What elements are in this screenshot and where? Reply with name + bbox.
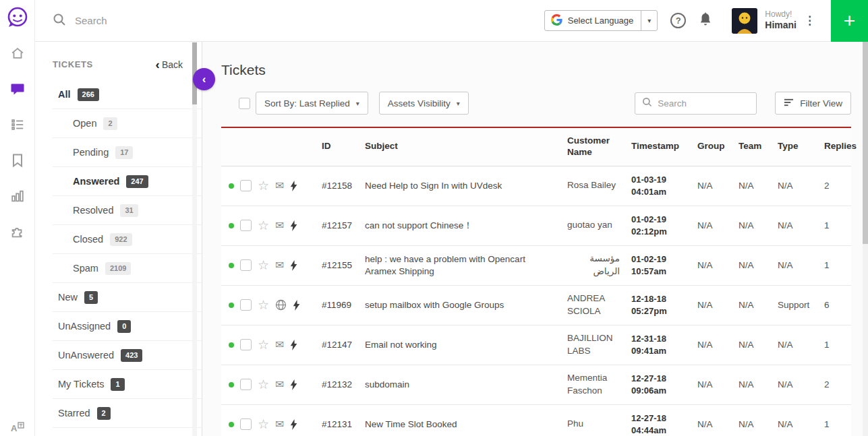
lightning-icon bbox=[290, 181, 297, 191]
row-checkbox[interactable] bbox=[240, 418, 252, 430]
sidebar-item-spam[interactable]: Spam 2109 bbox=[53, 254, 202, 283]
sidebar-item-resolved[interactable]: Resolved 31 bbox=[53, 196, 202, 225]
ticket-row[interactable]: ☆ ✉ #12132 subdomain Mementia Faschon 12… bbox=[221, 365, 851, 404]
filter-view-button[interactable]: Filter View bbox=[775, 92, 851, 115]
page-scrollbar[interactable] bbox=[863, 42, 868, 436]
row-checkbox[interactable] bbox=[240, 259, 252, 271]
star-icon[interactable]: ☆ bbox=[258, 378, 269, 391]
ticket-subject[interactable]: help : we have a problem with Opencart A… bbox=[365, 254, 525, 276]
ticket-row[interactable]: ☆ ✉ #12157 can not support Chinese！ guot… bbox=[221, 206, 851, 245]
status-dot bbox=[229, 183, 234, 189]
ticket-search-input[interactable] bbox=[658, 98, 749, 108]
team-cell: N/A bbox=[734, 365, 773, 404]
row-checkbox[interactable] bbox=[240, 379, 252, 390]
back-link[interactable]: ‹ Back bbox=[156, 59, 183, 70]
row-checkbox[interactable] bbox=[240, 339, 252, 350]
customer-name: BAJILLION LABS bbox=[562, 325, 627, 365]
home-icon[interactable] bbox=[9, 45, 26, 61]
select-language-button[interactable]: Select Language ▾ bbox=[544, 10, 658, 31]
sidebar-title: TICKETS bbox=[53, 59, 93, 69]
type-cell: N/A bbox=[773, 206, 819, 245]
assets-visibility-button[interactable]: Assets Visibility ▾ bbox=[379, 92, 469, 115]
replies-cell: 1 bbox=[819, 325, 851, 365]
bookmark-icon[interactable] bbox=[9, 152, 26, 168]
sort-by-label: Sort By: Last Replied bbox=[264, 98, 350, 108]
user-menu: Howdy! Himani ⋮ bbox=[732, 8, 815, 34]
star-icon[interactable]: ☆ bbox=[258, 299, 269, 311]
select-all-checkbox[interactable] bbox=[239, 98, 250, 109]
sidebar-item-closed[interactable]: Closed 922 bbox=[53, 225, 202, 254]
sidebar-item-answered[interactable]: Answered 247 bbox=[53, 167, 202, 196]
sidebar-item-label: Resolved bbox=[73, 205, 113, 216]
status-dot bbox=[229, 263, 234, 268]
ticket-row[interactable]: ☆ ✉ #12158 Need Help to Sign In with UVd… bbox=[221, 166, 851, 206]
star-icon[interactable]: ☆ bbox=[258, 219, 269, 232]
ticket-id[interactable]: #12147 bbox=[322, 340, 352, 350]
google-logo-icon bbox=[551, 14, 562, 28]
ticket-id[interactable]: #12155 bbox=[322, 260, 352, 270]
team-cell: N/A bbox=[734, 285, 773, 325]
row-checkbox[interactable] bbox=[240, 180, 252, 191]
reports-chart-icon[interactable] bbox=[9, 188, 26, 204]
select-language-label: Select Language bbox=[568, 15, 634, 26]
sidebar-item-open[interactable]: Open 2 bbox=[53, 109, 202, 138]
sidebar-scrollbar[interactable] bbox=[192, 42, 197, 436]
sort-by-button[interactable]: Sort By: Last Replied ▾ bbox=[256, 92, 368, 115]
ticket-row[interactable]: ☆ ✉ #12147 Email not working BAJILLION L… bbox=[221, 325, 851, 365]
row-checkbox[interactable] bbox=[240, 220, 252, 231]
star-icon[interactable]: ☆ bbox=[258, 179, 269, 192]
sidebar-item-all[interactable]: All 266 bbox=[53, 80, 202, 109]
notifications-bell-icon[interactable] bbox=[699, 12, 712, 30]
sidebar-collapse-button[interactable]: ‹ bbox=[193, 68, 215, 90]
sidebar-item-new[interactable]: New 5 bbox=[53, 283, 202, 312]
sidebar-item-unassigned[interactable]: UnAssigned 0 bbox=[53, 312, 202, 341]
ticket-subject[interactable]: New Time Slot Booked bbox=[365, 419, 457, 429]
translate-icon[interactable]: A bbox=[9, 420, 26, 436]
help-icon[interactable]: ? bbox=[670, 13, 686, 28]
global-search-input[interactable] bbox=[75, 15, 304, 26]
ticket-subject[interactable]: subdomain bbox=[365, 379, 409, 390]
uvdesk-logo[interactable] bbox=[6, 6, 29, 32]
ticket-row[interactable]: ☆ #11969 setup mailbox with Google Group… bbox=[221, 285, 851, 325]
ticket-subject[interactable]: Need Help to Sign In with UVdesk bbox=[365, 181, 502, 191]
ticket-subject[interactable]: setup mailbox with Google Groups bbox=[365, 300, 504, 310]
ticket-row[interactable]: ☆ ✉ #12155 help : we have a problem with… bbox=[221, 245, 851, 285]
sidebar-item-pending[interactable]: Pending 17 bbox=[53, 138, 202, 167]
ticket-id[interactable]: #12131 bbox=[322, 419, 352, 429]
sidebar-item-my-tickets[interactable]: My Tickets 1 bbox=[53, 370, 202, 399]
timestamp: 01-02-1902:12pm bbox=[627, 206, 693, 245]
page-scrollbar-thumb[interactable] bbox=[863, 42, 868, 244]
ticket-id[interactable]: #11969 bbox=[322, 300, 351, 310]
page-title: Tickets bbox=[221, 62, 851, 78]
ticket-subject[interactable]: Email not working bbox=[365, 340, 437, 350]
replies-cell: 2 bbox=[819, 365, 851, 404]
task-list-icon[interactable] bbox=[9, 117, 26, 133]
count-badge: 247 bbox=[126, 175, 148, 188]
count-badge: 5 bbox=[84, 291, 98, 304]
star-icon[interactable]: ☆ bbox=[258, 259, 269, 272]
ticket-subject[interactable]: can not support Chinese！ bbox=[365, 220, 473, 230]
sidebar-item-starred[interactable]: Starred 2 bbox=[53, 399, 202, 428]
ticket-id[interactable]: #12157 bbox=[322, 220, 352, 230]
sidebar-item-unanswered[interactable]: UnAnswered 423 bbox=[53, 341, 202, 370]
left-nav-rail: A bbox=[0, 0, 35, 436]
star-icon[interactable]: ☆ bbox=[258, 418, 269, 431]
apps-puzzle-icon[interactable] bbox=[9, 224, 26, 240]
kebab-menu-icon[interactable]: ⋮ bbox=[804, 15, 815, 26]
lightning-icon bbox=[290, 419, 297, 430]
ticket-id[interactable]: #12132 bbox=[322, 379, 352, 390]
create-ticket-button[interactable]: + bbox=[831, 0, 868, 42]
ticket-id[interactable]: #12158 bbox=[322, 181, 352, 191]
avatar[interactable] bbox=[732, 8, 757, 34]
lightning-icon bbox=[290, 220, 297, 231]
tickets-chat-icon[interactable] bbox=[9, 81, 26, 97]
tickets-sidebar: TICKETS ‹ Back All 266 Open 2 Pending 17… bbox=[35, 42, 202, 436]
mail-icon: ✉ bbox=[275, 340, 284, 350]
ticket-row[interactable]: ☆ ✉ #12131 New Time Slot Booked Phu 12-2… bbox=[221, 404, 851, 436]
sidebar-item-label: Starred bbox=[58, 408, 90, 418]
star-icon[interactable]: ☆ bbox=[258, 338, 269, 351]
row-checkbox[interactable] bbox=[240, 299, 252, 311]
replies-cell: 1 bbox=[819, 245, 851, 285]
status-dot bbox=[229, 422, 234, 427]
caret-down-icon: ▾ bbox=[356, 100, 359, 107]
